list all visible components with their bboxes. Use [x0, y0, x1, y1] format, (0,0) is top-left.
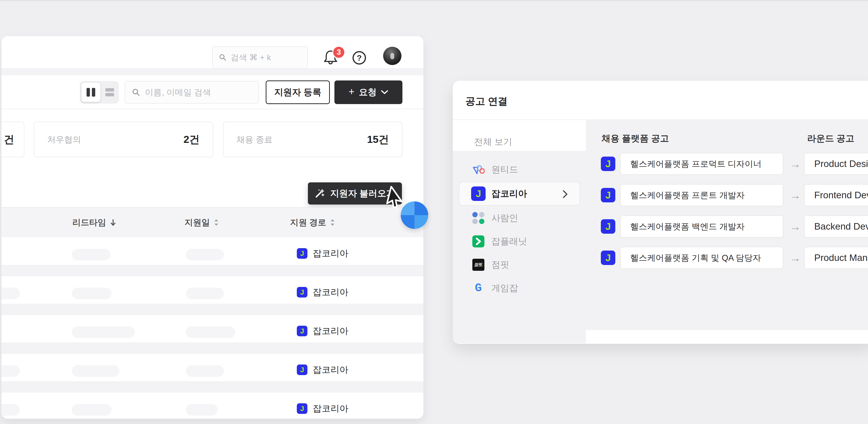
status-card-label: 처우협의	[47, 134, 81, 145]
list-view-icon	[105, 88, 114, 92]
sidebar-item-wanted[interactable]: 원티드	[453, 158, 586, 181]
sidebar-item-jumpit[interactable]: 점핏. 점핏	[453, 253, 586, 276]
page-top-edge	[0, 0, 868, 1]
status-card-closed[interactable]: 채용 종료 15건	[223, 122, 402, 157]
skeleton-pill	[72, 404, 112, 416]
toolbar-divider	[1, 109, 424, 109]
sidebar-item-label: 원티드	[491, 164, 518, 175]
column-header-leadtime[interactable]: 리드타임	[59, 208, 129, 237]
status-card-partial[interactable]: 건	[1, 122, 24, 157]
column-header-apply-date[interactable]: 지원일	[168, 208, 235, 237]
jobkorea-logo-icon: J	[297, 364, 307, 375]
magic-wand-icon	[315, 188, 325, 198]
jobkorea-logo-icon: J	[297, 248, 307, 259]
status-card-value: 건	[4, 132, 14, 146]
round-posting-card[interactable]: Product Designer	[804, 153, 868, 175]
platform-sidebar: 전체 보기 원티드 J 잡코리아	[453, 120, 586, 343]
arrow-right-icon: →	[788, 247, 802, 269]
search-icon	[219, 53, 226, 62]
applicant-list-window: 3 ? 지원자 등록 + 요청 건 처우협의 2	[1, 36, 424, 419]
platform-posting-card[interactable]: 헬스케어플랫폼 백엔드 개발자	[620, 216, 783, 237]
table-row[interactable]: J 잡코리아	[1, 315, 424, 354]
global-search-box[interactable]	[212, 46, 308, 68]
applicant-search-box[interactable]	[125, 81, 259, 104]
sidebar-item-label: 잡플래닛	[491, 235, 527, 248]
sidebar-item-saramin[interactable]: 사람인	[453, 206, 586, 230]
table-row[interactable]: J 잡코리아	[1, 392, 424, 419]
jobkorea-logo-icon: J	[297, 326, 307, 336]
apply-source-cell: J 잡코리아	[297, 248, 348, 259]
modal-header: 공고 연결	[453, 81, 868, 120]
jumpit-logo-icon: 점핏.	[472, 259, 485, 271]
posting-mapping-row: J 헬스케어플랫폼 프로덕트 디자이너 → Product Designer	[586, 153, 868, 175]
status-card-value: 15건	[367, 132, 389, 146]
platform-posting-card[interactable]: 헬스케어플랫폼 프론트 개발자	[620, 184, 783, 206]
jobkorea-logo-icon: J	[297, 287, 307, 297]
gamejob-logo-icon: G	[472, 282, 485, 294]
user-avatar[interactable]	[383, 47, 401, 65]
skeleton-pill	[72, 326, 135, 338]
arrow-right-icon: →	[788, 184, 802, 206]
platform-postings-header: 채용 플랫폼 공고	[601, 132, 669, 144]
skeleton-pill	[72, 288, 112, 299]
register-applicant-button[interactable]: 지원자 등록	[266, 80, 330, 104]
kanban-view-button[interactable]	[82, 83, 100, 102]
posting-mapping-row: J 헬스케어플랫폼 기획 및 QA 담당자 → Product Manager	[586, 247, 868, 269]
round-posting-card[interactable]: Frontend Developer	[804, 184, 868, 206]
jobkorea-logo-icon: J	[601, 157, 615, 171]
posting-mapping-row: J 헬스케어플랫폼 백엔드 개발자 → Backend Developer	[586, 216, 868, 237]
skeleton-pill	[186, 249, 224, 260]
jobkorea-logo-icon: J	[297, 403, 307, 414]
column-header-apply-source[interactable]: 지원 경로	[276, 208, 349, 237]
posting-mapping-row: J 헬스케어플랫폼 프론트 개발자 → Frontend Developer	[586, 184, 868, 206]
sidebar-item-label: 게임잡	[491, 282, 518, 294]
posting-connect-modal: 공고 연결 전체 보기 원티드	[453, 81, 868, 344]
row-separator-band	[1, 381, 424, 392]
request-button[interactable]: + 요청	[334, 80, 402, 104]
arrow-right-icon: →	[788, 216, 802, 237]
status-card-label: 채용 종료	[237, 134, 273, 145]
platform-posting-card[interactable]: 헬스케어플랫폼 기획 및 QA 담당자	[620, 247, 783, 269]
platform-list: 원티드 J 잡코리아	[453, 158, 586, 300]
sidebar-item-jobkorea[interactable]: J 잡코리아	[459, 182, 580, 206]
help-button[interactable]: ?	[352, 51, 366, 65]
global-search-input[interactable]	[231, 53, 301, 62]
applicant-search-input[interactable]	[145, 88, 252, 97]
round-posting-card[interactable]: Backend Developer	[804, 216, 868, 237]
row-separator-band	[1, 304, 424, 315]
sort-desc-icon	[110, 219, 116, 226]
sort-both-icon	[330, 219, 335, 226]
jobkorea-logo-icon: J	[601, 188, 615, 202]
jobkorea-logo-icon: J	[472, 188, 485, 200]
status-card-negotiation[interactable]: 처우협의 2건	[34, 122, 213, 157]
wanted-logo-icon	[472, 163, 485, 176]
list-view-button[interactable]	[102, 88, 117, 96]
sidebar-item-label: 점핏	[491, 259, 509, 271]
table-row[interactable]: J 잡코리아	[1, 276, 424, 315]
skeleton-pill	[186, 326, 235, 338]
sidebar-item-label: 잡코리아	[491, 188, 527, 200]
platform-posting-card[interactable]: 헬스케어플랫폼 프로덕트 디자이너	[620, 153, 783, 175]
table-row[interactable]: J 잡코리아	[1, 237, 424, 276]
help-icon: ?	[357, 53, 362, 63]
sidebar-item-label: 사람인	[491, 212, 518, 224]
skeleton-pill	[72, 249, 111, 260]
round-posting-card[interactable]: Product Manager	[804, 247, 868, 269]
skeleton-pill	[186, 288, 224, 299]
jobkorea-logo-icon: J	[601, 219, 615, 234]
sort-both-icon	[214, 219, 219, 226]
row-separator-band	[1, 343, 424, 354]
table-row[interactable]: J 잡코리아	[1, 354, 424, 392]
status-card-value: 2건	[184, 132, 199, 146]
view-toggle-group	[80, 81, 119, 104]
round-postings-header: 라운드 공고	[807, 132, 854, 144]
apply-source-cell: J 잡코리아	[297, 402, 348, 415]
sidebar-item-all[interactable]: 전체 보기	[453, 120, 586, 151]
modal-title: 공고 연결	[465, 95, 507, 108]
sidebar-item-jobplanet[interactable]: 잡플래닛	[453, 230, 586, 253]
page: { "colors": { "page_bg": "#EFEFF1", "acc…	[0, 0, 868, 424]
sidebar-item-gamejob[interactable]: G 게임잡	[453, 276, 586, 300]
apply-source-cell: J 잡코리아	[297, 364, 348, 376]
apply-source-cell: J 잡코리아	[297, 325, 348, 337]
skeleton-pill	[1, 288, 20, 299]
